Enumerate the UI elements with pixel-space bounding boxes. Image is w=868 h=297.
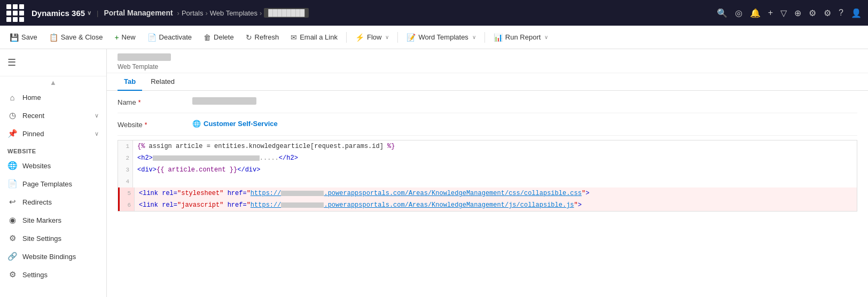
sidebar-item-pinned[interactable]: 📌 Pinned ∨ bbox=[0, 124, 106, 143]
breadcrumb: › Portals › Web Templates › ████████ bbox=[177, 8, 309, 18]
website-label-text: Website bbox=[118, 121, 143, 129]
run-report-icon: 📊 bbox=[494, 33, 503, 42]
sidebar-site-settings-label: Site Settings bbox=[22, 235, 61, 243]
filter-icon[interactable]: ▽ bbox=[780, 8, 787, 18]
sidebar-item-websites[interactable]: 🌐 Websites bbox=[0, 157, 106, 175]
sidebar-menu-toggle[interactable]: ☰ bbox=[2, 53, 104, 72]
refresh-button[interactable]: ↻ Refresh bbox=[240, 30, 285, 44]
sidebar-recent-label: Recent bbox=[22, 112, 44, 120]
breadcrumb-current: ████████ bbox=[264, 8, 309, 18]
tab-related[interactable]: Related bbox=[144, 73, 181, 91]
sidebar-scroll-up: ▲ bbox=[0, 76, 106, 89]
sidebar-item-home[interactable]: ⌂ Home bbox=[0, 89, 106, 106]
page-templates-icon: 📄 bbox=[7, 179, 17, 189]
top-navigation: Dynamics 365 ∨ | Portal Management › Por… bbox=[0, 0, 868, 26]
sidebar-item-site-markers[interactable]: ◉ Site Markers bbox=[0, 211, 106, 229]
code-line-3: 3 <div>{{ article.content }}</div> bbox=[118, 164, 857, 176]
sidebar-settings-label: Settings bbox=[22, 271, 48, 279]
run-report-label: Run Report bbox=[505, 33, 541, 41]
sidebar-item-page-templates[interactable]: 📄 Page Templates bbox=[0, 175, 106, 193]
line-content-4 bbox=[133, 176, 145, 187]
sidebar-item-redirects[interactable]: ↩ Redirects bbox=[0, 193, 106, 211]
deactivate-button[interactable]: 📄 Deactivate bbox=[142, 30, 197, 44]
save-label: Save bbox=[21, 33, 37, 41]
sidebar-site-markers-label: Site Markers bbox=[22, 216, 61, 224]
user-icon[interactable]: 👤 bbox=[851, 8, 862, 18]
word-templates-button[interactable]: 📝 Word Templates ∨ bbox=[401, 30, 481, 44]
name-label-text: Name bbox=[118, 98, 136, 106]
website-bindings-icon: 🔗 bbox=[7, 252, 17, 261]
flow-label: Flow bbox=[367, 33, 381, 41]
sidebar-item-settings[interactable]: ⚙ Settings bbox=[0, 265, 106, 284]
save-icon: 💾 bbox=[10, 33, 19, 42]
code-line-2: 2 <h2>.....</h2> bbox=[118, 152, 857, 164]
sidebar-page-templates-label: Page Templates bbox=[22, 180, 72, 188]
breadcrumb-sep3: › bbox=[260, 9, 262, 17]
website-required-indicator: * bbox=[145, 121, 147, 129]
sidebar-redirects-label: Redirects bbox=[22, 198, 52, 206]
search-icon[interactable]: 🔍 bbox=[717, 8, 728, 18]
main-layout: ☰ ▲ ⌂ Home ◷ Recent ∨ 📌 Pinned ∨ Website… bbox=[0, 49, 868, 297]
notification-icon[interactable]: 🔔 bbox=[750, 8, 761, 18]
pinned-icon: 📌 bbox=[7, 129, 17, 138]
brand-name[interactable]: Dynamics 365 ∨ bbox=[32, 9, 91, 18]
refresh-label: Refresh bbox=[255, 33, 279, 41]
flow-button[interactable]: ⚡ Flow ∨ bbox=[350, 30, 394, 44]
apps-grid-icon[interactable] bbox=[6, 4, 24, 22]
line-num-5: 5 bbox=[120, 187, 135, 199]
circle-add-icon[interactable]: ⊕ bbox=[794, 8, 801, 18]
breadcrumb-web-templates[interactable]: Web Templates bbox=[210, 9, 257, 17]
line-content-2: <h2>.....</h2> bbox=[133, 152, 302, 164]
site-markers-icon: ◉ bbox=[7, 215, 17, 225]
settings-icon[interactable]: ⚙ bbox=[809, 8, 816, 18]
line-content-6: <link rel="javascript" href="https://.po… bbox=[135, 199, 586, 211]
word-templates-chevron-icon: ∨ bbox=[472, 34, 476, 40]
line-num-3: 3 bbox=[118, 164, 133, 176]
add-icon[interactable]: + bbox=[768, 8, 773, 18]
recent-icon: ◷ bbox=[7, 111, 17, 120]
form-body: Name * Website * 🌐 Customer Self-Service bbox=[107, 91, 868, 297]
new-icon: + bbox=[114, 33, 119, 42]
field-website: Website * 🌐 Customer Self-Service bbox=[118, 113, 857, 136]
line-num-2: 2 bbox=[118, 152, 133, 164]
delete-button[interactable]: 🗑 Delete bbox=[198, 30, 239, 44]
code-line-4: 4 bbox=[118, 176, 857, 187]
flow-icon: ⚡ bbox=[355, 33, 364, 42]
record-type-label: Web Template bbox=[118, 63, 857, 71]
run-report-button[interactable]: 📊 Run Report ∨ bbox=[488, 30, 553, 44]
save-button[interactable]: 💾 Save bbox=[4, 30, 43, 44]
customer-self-service-link[interactable]: 🌐 Customer Self-Service bbox=[192, 120, 857, 128]
line-content-3: <div>{{ article.content }}</div> bbox=[133, 164, 264, 176]
email-link-label: Email a Link bbox=[300, 33, 338, 41]
deactivate-icon: 📄 bbox=[147, 33, 157, 42]
name-field-label: Name * bbox=[118, 97, 182, 106]
tab-tab[interactable]: Tab bbox=[118, 73, 142, 91]
sidebar-top: ☰ bbox=[0, 49, 106, 76]
help-icon[interactable]: ? bbox=[839, 8, 843, 18]
target-icon[interactable]: ◎ bbox=[735, 8, 742, 18]
cmd-divider-1 bbox=[346, 32, 347, 43]
websites-icon: 🌐 bbox=[7, 161, 17, 170]
dynamics-brand-text: Dynamics 365 bbox=[32, 9, 85, 18]
line-content-1: {% assign article = entities.knowledgear… bbox=[133, 140, 400, 152]
content-area: Web Template Tab Related Name * Website bbox=[107, 49, 868, 297]
name-field-value[interactable] bbox=[192, 97, 857, 105]
sidebar-website-bindings-label: Website Bindings bbox=[22, 253, 76, 261]
new-label: New bbox=[122, 33, 136, 41]
new-button[interactable]: + New bbox=[109, 30, 140, 44]
save-close-icon: 📋 bbox=[49, 33, 58, 42]
breadcrumb-portals[interactable]: Portals bbox=[182, 9, 203, 17]
extensions-icon[interactable]: ⚙ bbox=[824, 8, 831, 18]
sidebar-item-recent[interactable]: ◷ Recent ∨ bbox=[0, 106, 106, 124]
nav-separator: | bbox=[97, 9, 98, 17]
email-link-button[interactable]: ✉ Email a Link bbox=[285, 30, 343, 44]
cmd-divider-3 bbox=[484, 32, 485, 43]
code-line-1: 1 {% assign article = entities.knowledge… bbox=[118, 140, 857, 152]
sidebar-websites-label: Websites bbox=[22, 162, 51, 170]
name-value-blurred bbox=[192, 97, 256, 105]
sidebar-item-website-bindings[interactable]: 🔗 Website Bindings bbox=[0, 247, 106, 265]
save-close-button[interactable]: 📋 Save & Close bbox=[44, 30, 108, 44]
code-editor[interactable]: 1 {% assign article = entities.knowledge… bbox=[118, 140, 857, 212]
sidebar-item-site-settings[interactable]: ⚙ Site Settings bbox=[0, 229, 106, 247]
delete-label: Delete bbox=[214, 33, 234, 41]
